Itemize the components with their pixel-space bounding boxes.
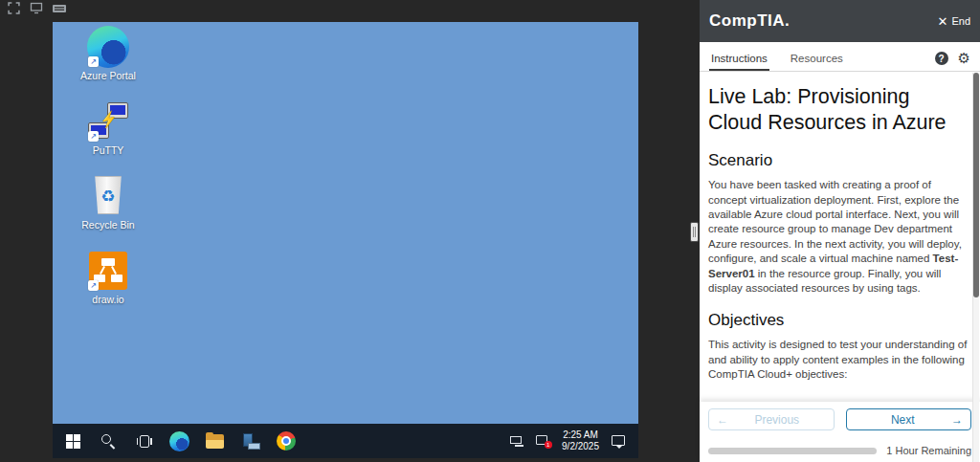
desktop-icon-column: ↗ Azure Portal ⚡ ↗ PuTTY ♻ [66, 26, 150, 324]
lightning-icon: ⚡ [98, 109, 119, 129]
lab-title: Live Lab: Provisioning Cloud Resources i… [708, 84, 968, 136]
tab-resources[interactable]: Resources [789, 47, 845, 71]
shortcut-arrow-icon: ↗ [88, 56, 99, 67]
server-manager-icon [241, 433, 260, 450]
desktop-icon-label: PuTTY [93, 144, 124, 156]
desktop-icon-recycle-bin[interactable]: ♻ Recycle Bin [66, 175, 150, 250]
desktop-icon-drawio[interactable]: ↗ draw.io [66, 250, 150, 324]
chrome-button[interactable] [268, 424, 303, 458]
desktop-icon-label: draw.io [92, 294, 123, 305]
fullscreen-icon[interactable] [6, 2, 21, 14]
panel-header: CompTIA. ✕ End [700, 0, 980, 42]
taskbar-clock[interactable]: 2:25 AM 9/2/2025 [558, 429, 603, 452]
drawio-icon: ↗ [87, 250, 129, 292]
system-tray: 1 2:25 AM 9/2/2025 [506, 424, 638, 458]
lab-environment: ↗ Azure Portal ⚡ ↗ PuTTY ♻ [0, 0, 980, 462]
panel-footer: ← Previous Next → 1 Hour Remaining [700, 402, 980, 462]
end-label: End [951, 15, 970, 27]
file-explorer-button[interactable] [197, 424, 233, 458]
vm-viewer-toolbar [6, 2, 67, 14]
clock-date: 9/2/2025 [562, 441, 599, 452]
search-icon [101, 434, 116, 449]
panel-resize-handle[interactable] [690, 222, 699, 242]
windows-taskbar: 1 2:25 AM 9/2/2025 [53, 424, 638, 458]
shortcut-arrow-icon: ↗ [88, 280, 99, 291]
scrollbar-thumb[interactable] [973, 73, 979, 297]
putty-icon: ⚡ ↗ [87, 100, 129, 143]
scenario-text: You have been tasked with creating a pro… [708, 178, 968, 296]
shortcut-arrow-icon: ↗ [88, 131, 99, 142]
next-button[interactable]: Next → [846, 408, 972, 430]
network-tray-icon[interactable] [506, 424, 527, 458]
display-icon[interactable] [29, 2, 44, 14]
arrow-right-icon: → [951, 413, 963, 427]
end-lab-button[interactable]: ✕ End [938, 14, 970, 29]
tab-instructions[interactable]: Instructions [709, 47, 769, 71]
time-remaining: 1 Hour Remaining [886, 445, 971, 456]
edge-icon [169, 431, 189, 451]
desktop-icon-putty[interactable]: ⚡ ↗ PuTTY [66, 100, 150, 175]
windows-desktop: ↗ Azure Portal ⚡ ↗ PuTTY ♻ [53, 22, 638, 424]
objectives-text: This activity is designed to test your u… [708, 338, 968, 382]
comptia-logo: CompTIA. [709, 11, 790, 31]
action-center-icon [612, 435, 626, 448]
time-progress-bar [708, 448, 877, 454]
action-center-button[interactable] [608, 424, 629, 458]
keyboard-icon[interactable] [52, 2, 67, 14]
recycle-symbol: ♻ [100, 187, 115, 207]
edge-icon: ↗ [87, 26, 129, 68]
instructions-content: Live Lab: Provisioning Cloud Resources i… [700, 73, 968, 397]
desktop-icon-label: Azure Portal [80, 70, 136, 81]
edge-taskbar-button[interactable] [162, 424, 197, 458]
search-button[interactable] [91, 424, 126, 458]
chrome-icon [277, 431, 296, 451]
desktop-icon-label: Recycle Bin [81, 219, 134, 231]
notification-badge: 1 [545, 441, 552, 449]
scenario-heading: Scenario [708, 151, 968, 170]
lab-instructions-panel: CompTIA. ✕ End Instructions Resources ? … [700, 0, 980, 462]
windows-logo-icon [66, 434, 80, 449]
panel-scrollbar [972, 73, 979, 462]
panel-tabs: Instructions Resources ? ⚙ [700, 42, 980, 72]
objectives-heading: Objectives [708, 311, 968, 330]
task-view-button[interactable] [126, 424, 162, 458]
previous-button[interactable]: ← Previous [708, 408, 835, 430]
vm-screen: ↗ Azure Portal ⚡ ↗ PuTTY ♻ [53, 22, 638, 458]
close-icon: ✕ [938, 14, 948, 29]
start-button[interactable] [56, 424, 91, 458]
gear-icon[interactable]: ⚙ [958, 52, 970, 65]
task-view-icon [137, 435, 152, 448]
arrow-left-icon: ← [717, 413, 728, 427]
notification-tray-icon[interactable]: 1 [532, 424, 553, 458]
desktop-icon-azure-portal[interactable]: ↗ Azure Portal [66, 26, 150, 100]
file-explorer-icon [206, 434, 224, 449]
help-icon[interactable]: ? [935, 52, 948, 65]
server-manager-button[interactable] [233, 424, 268, 458]
clock-time: 2:25 AM [562, 429, 599, 441]
recycle-bin-icon: ♻ [87, 175, 129, 217]
taskbar-buttons [53, 424, 303, 458]
